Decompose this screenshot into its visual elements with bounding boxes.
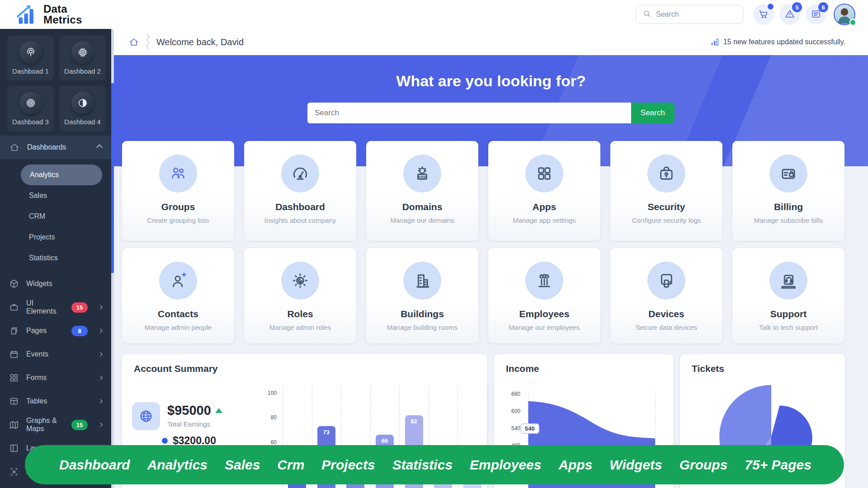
sidebar: Dashboad 1Dashboad 2Dashboad 3Dashboad 4… bbox=[0, 29, 114, 488]
chevron-right-icon bbox=[98, 327, 105, 334]
y-tick-100: 100 bbox=[256, 390, 277, 396]
card-title: Apps bbox=[533, 202, 557, 212]
quick-card-dashboard[interactable]: DashboardInsights about company bbox=[244, 141, 356, 241]
sidebar-item-forms[interactable]: Forms bbox=[0, 366, 114, 389]
quick-card-roles[interactable]: RolesManage admin roles bbox=[244, 248, 356, 343]
sidebar-dashboard-tiles: Dashboad 1Dashboad 2Dashboad 3Dashboad 4 bbox=[0, 29, 114, 136]
card-subtitle: Manage our domains bbox=[391, 216, 454, 224]
marquee-item-groups[interactable]: Groups bbox=[679, 457, 728, 473]
card-title: Employees bbox=[519, 309, 570, 319]
marquee-item-apps[interactable]: Apps bbox=[558, 457, 592, 473]
roles-icon bbox=[281, 262, 319, 300]
quick-card-buildings[interactable]: BuildingsManage building rooms bbox=[366, 248, 478, 343]
bar-chart-icon bbox=[710, 38, 719, 47]
marquee-item-75-pages[interactable]: 75+ Pages bbox=[745, 457, 811, 473]
dashboard-tile-2[interactable]: Dashboad 2 bbox=[59, 35, 106, 80]
quick-card-devices[interactable]: DevicesSecure data devices bbox=[610, 248, 722, 343]
card-title: Buildings bbox=[401, 309, 444, 319]
tile-label: Dashboad 4 bbox=[64, 118, 101, 126]
quick-card-security[interactable]: SecurityConfigure security logs bbox=[610, 141, 722, 241]
quick-card-support[interactable]: SupportTalk to tech support bbox=[732, 248, 844, 343]
tile-label: Dashboad 1 bbox=[12, 67, 49, 75]
quick-card-contacts[interactable]: ContactsManage admin people bbox=[122, 248, 234, 343]
breadcrumb-bar: Welcome back, David 15 new features upda… bbox=[114, 29, 868, 55]
hero-search-input[interactable] bbox=[307, 103, 631, 123]
bar-label: 66 bbox=[382, 437, 388, 444]
cart-button[interactable] bbox=[753, 4, 774, 25]
card-subtitle: Talk to tech support bbox=[759, 324, 818, 331]
online-status-dot bbox=[849, 19, 856, 26]
y-tick-80: 80 bbox=[256, 414, 277, 421]
sidebar-scrollbar-track[interactable] bbox=[111, 29, 114, 488]
tile-label: Dashboad 3 bbox=[12, 118, 49, 126]
svg-text:WWW: WWW bbox=[418, 175, 427, 178]
news-button[interactable]: 6 bbox=[806, 4, 826, 25]
hero-title: What are you looking for? bbox=[396, 72, 585, 90]
sidebar-item-pages[interactable]: Pages8 bbox=[0, 319, 114, 343]
breadcrumb-home-icon[interactable] bbox=[128, 37, 139, 47]
notice-text: 15 new features updated successfully. bbox=[723, 38, 845, 46]
sidebar-section-label: Dashboards bbox=[27, 143, 66, 151]
main-area: Welcome back, David 15 new features upda… bbox=[114, 29, 868, 488]
dashboard-tile-3[interactable]: Dashboad 3 bbox=[7, 86, 54, 131]
chip-icon bbox=[71, 41, 94, 64]
sidebar-item-statistics[interactable]: Statistics bbox=[0, 248, 114, 268]
sidebar-item-widgets[interactable]: Widgets bbox=[0, 272, 114, 296]
devices-icon bbox=[647, 262, 685, 300]
marquee-item-widgets[interactable]: Widgets bbox=[609, 457, 662, 473]
sidebar-item-projects[interactable]: Projects bbox=[0, 227, 114, 248]
logo-icon bbox=[15, 3, 39, 26]
quick-card-domains[interactable]: WWWDomainsManage our domains bbox=[366, 141, 478, 241]
card-title: Security bbox=[648, 202, 685, 212]
card-subtitle: Manage admin roles bbox=[269, 324, 331, 331]
alert-button[interactable]: 5 bbox=[779, 4, 800, 25]
marquee-item-sales[interactable]: Sales bbox=[225, 457, 260, 473]
card-subtitle: Create grouping lists bbox=[147, 216, 209, 224]
notification-badge bbox=[768, 4, 774, 9]
total-earnings-value: $95000 bbox=[167, 403, 211, 418]
tile-label: Dashboad 2 bbox=[64, 67, 101, 75]
quick-card-apps[interactable]: AppsManage app settings bbox=[488, 141, 600, 241]
marquee-item-projects[interactable]: Projects bbox=[321, 457, 375, 473]
sidebar-scrollbar-thumb[interactable] bbox=[111, 83, 114, 273]
sidebar-section-dashboards[interactable]: Dashboards bbox=[0, 136, 114, 159]
income-title: Income bbox=[506, 363, 539, 374]
trend-up-icon bbox=[215, 408, 222, 413]
card-title: Support bbox=[770, 309, 807, 319]
building-icon bbox=[403, 262, 441, 300]
quick-card-groups[interactable]: GroupsCreate grouping lists bbox=[122, 141, 234, 241]
hero-search-button[interactable]: Search bbox=[631, 103, 675, 123]
contrast-icon bbox=[71, 92, 94, 114]
marquee-item-dashboard[interactable]: Dashboard bbox=[59, 457, 130, 473]
user-avatar[interactable] bbox=[834, 4, 855, 25]
notification-badge: 6 bbox=[818, 2, 828, 12]
card-subtitle: Secure data devices bbox=[636, 324, 697, 331]
sidebar-item-analytics[interactable]: Analytics bbox=[21, 164, 102, 185]
sidebar-item-tables[interactable]: Tables bbox=[0, 389, 114, 413]
sidebar-item-graphs-maps[interactable]: Graphs & Maps15 bbox=[0, 413, 114, 436]
logo-text-line1: Data bbox=[43, 4, 82, 14]
marquee-item-crm[interactable]: Crm bbox=[277, 457, 304, 473]
logo-text-line2: Metrics bbox=[43, 14, 82, 25]
dashboard-tile-1[interactable]: Dashboad 1 bbox=[7, 35, 54, 80]
quick-card-billing[interactable]: BillingManage subscribe bills bbox=[732, 141, 844, 241]
marquee-item-employees[interactable]: Employees bbox=[470, 457, 541, 473]
map-icon bbox=[9, 420, 19, 430]
card-subtitle: Configure security logs bbox=[632, 216, 701, 224]
header-search-input[interactable]: Search bbox=[636, 5, 743, 24]
sidebar-item-ui-elements[interactable]: UI Elements15 bbox=[0, 296, 114, 319]
app-logo: Data Metrics bbox=[0, 3, 114, 26]
sidebar-item-sales[interactable]: Sales bbox=[0, 185, 114, 206]
marquee-item-statistics[interactable]: Statistics bbox=[392, 457, 453, 473]
quick-card-employees[interactable]: EmployeesManage our employees bbox=[488, 248, 600, 343]
dashboard-tile-4[interactable]: Dashboad 4 bbox=[59, 86, 106, 131]
income-tick-540: 540 bbox=[505, 425, 520, 432]
marquee-item-analytics[interactable]: Analytics bbox=[147, 457, 208, 473]
card-title: Domains bbox=[402, 202, 443, 212]
chevron-right-icon bbox=[98, 374, 105, 381]
chevron-right-icon bbox=[98, 398, 105, 405]
sidebar-item-crm[interactable]: CRM bbox=[0, 206, 114, 227]
chevron-up-icon bbox=[94, 141, 105, 154]
sidebar-item-events[interactable]: Events bbox=[0, 343, 114, 366]
income-marker-label: 540 bbox=[520, 423, 539, 434]
